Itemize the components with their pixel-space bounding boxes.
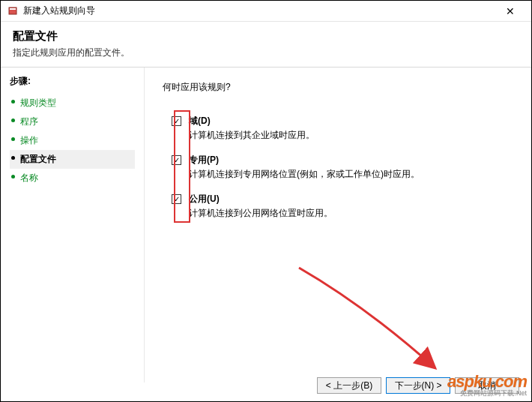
steps-heading: 步骤: (10, 75, 135, 88)
step-rule-type[interactable]: 规则类型 (10, 94, 135, 112)
page-title: 配置文件 (13, 29, 519, 44)
app-icon (7, 5, 19, 17)
option-domain-text: 域(D) 计算机连接到其企业域时应用。 (189, 115, 315, 142)
next-button[interactable]: 下一步(N) > (386, 377, 450, 394)
option-public: ✓ 公用(U) 计算机连接到公用网络位置时应用。 (172, 193, 513, 220)
page-subtitle: 指定此规则应用的配置文件。 (13, 46, 519, 59)
prompt-text: 何时应用该规则? (163, 81, 513, 94)
option-private-label: 专用(P) (189, 154, 420, 166)
checkbox-domain[interactable]: ✓ (172, 116, 181, 126)
steps-sidebar: 步骤: 规则类型 程序 操作 配置文件 名称 (1, 68, 145, 382)
checkbox-private[interactable]: ✓ (172, 155, 181, 165)
back-button[interactable]: < 上一步(B) (317, 377, 381, 394)
main-panel: 何时应用该规则? ✓ 域(D) 计算机连接到其企业域时应用。 ✓ 专用(P) 计… (145, 68, 531, 382)
option-domain-label: 域(D) (189, 115, 315, 128)
option-private: ✓ 专用(P) 计算机连接到专用网络位置(例如，家或工作单位)时应用。 (172, 154, 513, 181)
option-public-desc: 计算机连接到公用网络位置时应用。 (189, 207, 333, 220)
title-bar: 新建入站规则向导 ✕ (1, 1, 531, 22)
svg-rect-1 (10, 8, 16, 10)
option-domain: ✓ 域(D) 计算机连接到其企业域时应用。 (172, 115, 513, 142)
profile-options: ✓ 域(D) 计算机连接到其企业域时应用。 ✓ 专用(P) 计算机连接到专用网络… (172, 115, 513, 220)
steps-list: 规则类型 程序 操作 配置文件 名称 (10, 94, 135, 188)
option-domain-desc: 计算机连接到其企业域时应用。 (189, 129, 315, 142)
wizard-body: 步骤: 规则类型 程序 操作 配置文件 名称 何时应用该规则? ✓ 域(D) 计… (1, 68, 531, 382)
step-program[interactable]: 程序 (10, 112, 135, 131)
step-profile[interactable]: 配置文件 (10, 150, 135, 169)
option-private-text: 专用(P) 计算机连接到专用网络位置(例如，家或工作单位)时应用。 (189, 154, 420, 181)
window-title: 新建入站规则向导 (23, 4, 95, 17)
checkbox-public[interactable]: ✓ (172, 194, 181, 204)
close-button[interactable]: ✕ (495, 5, 525, 17)
option-public-text: 公用(U) 计算机连接到公用网络位置时应用。 (189, 193, 333, 220)
option-private-desc: 计算机连接到专用网络位置(例如，家或工作单位)时应用。 (189, 168, 420, 181)
step-action[interactable]: 操作 (10, 131, 135, 150)
option-public-label: 公用(U) (189, 193, 333, 206)
watermark: aspku.com 免费网站源码下载.Net (447, 372, 527, 398)
wizard-header: 配置文件 指定此规则应用的配置文件。 (1, 22, 531, 67)
step-name[interactable]: 名称 (10, 169, 135, 188)
